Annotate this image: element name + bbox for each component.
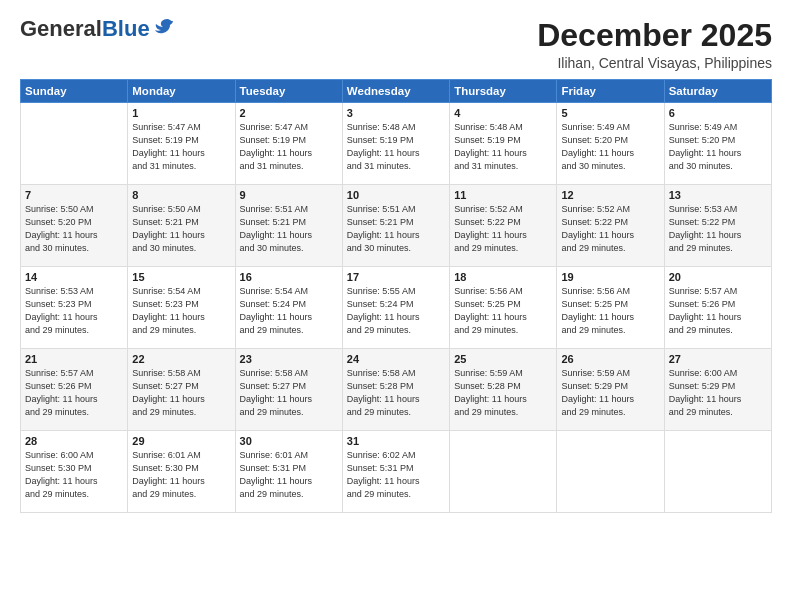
day-number: 3: [347, 107, 445, 119]
day-number: 14: [25, 271, 123, 283]
location-subtitle: Ilihan, Central Visayas, Philippines: [537, 55, 772, 71]
day-info: Sunrise: 5:51 AM Sunset: 5:21 PM Dayligh…: [347, 203, 445, 255]
calendar-cell: 30Sunrise: 6:01 AM Sunset: 5:31 PM Dayli…: [235, 431, 342, 513]
day-number: 7: [25, 189, 123, 201]
day-number: 17: [347, 271, 445, 283]
day-info: Sunrise: 5:58 AM Sunset: 5:27 PM Dayligh…: [240, 367, 338, 419]
day-info: Sunrise: 5:48 AM Sunset: 5:19 PM Dayligh…: [347, 121, 445, 173]
day-info: Sunrise: 5:56 AM Sunset: 5:25 PM Dayligh…: [561, 285, 659, 337]
calendar-cell: 31Sunrise: 6:02 AM Sunset: 5:31 PM Dayli…: [342, 431, 449, 513]
day-number: 26: [561, 353, 659, 365]
calendar-cell: 8Sunrise: 5:50 AM Sunset: 5:21 PM Daylig…: [128, 185, 235, 267]
day-info: Sunrise: 5:53 AM Sunset: 5:22 PM Dayligh…: [669, 203, 767, 255]
calendar-cell: 21Sunrise: 5:57 AM Sunset: 5:26 PM Dayli…: [21, 349, 128, 431]
day-number: 10: [347, 189, 445, 201]
calendar-cell: 23Sunrise: 5:58 AM Sunset: 5:27 PM Dayli…: [235, 349, 342, 431]
calendar-cell: [664, 431, 771, 513]
day-info: Sunrise: 6:01 AM Sunset: 5:31 PM Dayligh…: [240, 449, 338, 501]
calendar-cell: 7Sunrise: 5:50 AM Sunset: 5:20 PM Daylig…: [21, 185, 128, 267]
calendar-cell: 4Sunrise: 5:48 AM Sunset: 5:19 PM Daylig…: [450, 103, 557, 185]
day-info: Sunrise: 5:50 AM Sunset: 5:21 PM Dayligh…: [132, 203, 230, 255]
day-number: 16: [240, 271, 338, 283]
day-number: 5: [561, 107, 659, 119]
calendar-table: Sunday Monday Tuesday Wednesday Thursday…: [20, 79, 772, 513]
day-info: Sunrise: 5:49 AM Sunset: 5:20 PM Dayligh…: [669, 121, 767, 173]
day-number: 18: [454, 271, 552, 283]
day-info: Sunrise: 5:58 AM Sunset: 5:27 PM Dayligh…: [132, 367, 230, 419]
day-number: 24: [347, 353, 445, 365]
calendar-cell: [21, 103, 128, 185]
day-info: Sunrise: 5:58 AM Sunset: 5:28 PM Dayligh…: [347, 367, 445, 419]
day-info: Sunrise: 5:50 AM Sunset: 5:20 PM Dayligh…: [25, 203, 123, 255]
calendar-cell: 25Sunrise: 5:59 AM Sunset: 5:28 PM Dayli…: [450, 349, 557, 431]
day-info: Sunrise: 6:00 AM Sunset: 5:29 PM Dayligh…: [669, 367, 767, 419]
calendar-cell: 15Sunrise: 5:54 AM Sunset: 5:23 PM Dayli…: [128, 267, 235, 349]
day-info: Sunrise: 5:55 AM Sunset: 5:24 PM Dayligh…: [347, 285, 445, 337]
header-row: Sunday Monday Tuesday Wednesday Thursday…: [21, 80, 772, 103]
calendar-week-1: 1Sunrise: 5:47 AM Sunset: 5:19 PM Daylig…: [21, 103, 772, 185]
day-info: Sunrise: 6:01 AM Sunset: 5:30 PM Dayligh…: [132, 449, 230, 501]
day-number: 12: [561, 189, 659, 201]
day-info: Sunrise: 5:54 AM Sunset: 5:24 PM Dayligh…: [240, 285, 338, 337]
day-number: 2: [240, 107, 338, 119]
logo-blue: Blue: [102, 16, 150, 41]
day-number: 21: [25, 353, 123, 365]
col-wednesday: Wednesday: [342, 80, 449, 103]
day-number: 23: [240, 353, 338, 365]
calendar-cell: 22Sunrise: 5:58 AM Sunset: 5:27 PM Dayli…: [128, 349, 235, 431]
day-number: 28: [25, 435, 123, 447]
calendar-cell: 28Sunrise: 6:00 AM Sunset: 5:30 PM Dayli…: [21, 431, 128, 513]
day-number: 8: [132, 189, 230, 201]
calendar-week-2: 7Sunrise: 5:50 AM Sunset: 5:20 PM Daylig…: [21, 185, 772, 267]
calendar-cell: 11Sunrise: 5:52 AM Sunset: 5:22 PM Dayli…: [450, 185, 557, 267]
col-thursday: Thursday: [450, 80, 557, 103]
day-number: 15: [132, 271, 230, 283]
calendar-cell: 6Sunrise: 5:49 AM Sunset: 5:20 PM Daylig…: [664, 103, 771, 185]
day-number: 1: [132, 107, 230, 119]
calendar-cell: [450, 431, 557, 513]
day-info: Sunrise: 5:52 AM Sunset: 5:22 PM Dayligh…: [454, 203, 552, 255]
calendar-cell: 18Sunrise: 5:56 AM Sunset: 5:25 PM Dayli…: [450, 267, 557, 349]
calendar-cell: 14Sunrise: 5:53 AM Sunset: 5:23 PM Dayli…: [21, 267, 128, 349]
day-info: Sunrise: 5:47 AM Sunset: 5:19 PM Dayligh…: [240, 121, 338, 173]
day-info: Sunrise: 5:59 AM Sunset: 5:29 PM Dayligh…: [561, 367, 659, 419]
calendar-cell: 26Sunrise: 5:59 AM Sunset: 5:29 PM Dayli…: [557, 349, 664, 431]
col-sunday: Sunday: [21, 80, 128, 103]
day-number: 30: [240, 435, 338, 447]
day-info: Sunrise: 5:59 AM Sunset: 5:28 PM Dayligh…: [454, 367, 552, 419]
day-number: 9: [240, 189, 338, 201]
calendar-cell: 17Sunrise: 5:55 AM Sunset: 5:24 PM Dayli…: [342, 267, 449, 349]
day-info: Sunrise: 5:52 AM Sunset: 5:22 PM Dayligh…: [561, 203, 659, 255]
calendar-cell: 20Sunrise: 5:57 AM Sunset: 5:26 PM Dayli…: [664, 267, 771, 349]
calendar-week-4: 21Sunrise: 5:57 AM Sunset: 5:26 PM Dayli…: [21, 349, 772, 431]
calendar-week-5: 28Sunrise: 6:00 AM Sunset: 5:30 PM Dayli…: [21, 431, 772, 513]
day-number: 13: [669, 189, 767, 201]
day-info: Sunrise: 5:48 AM Sunset: 5:19 PM Dayligh…: [454, 121, 552, 173]
calendar-cell: 13Sunrise: 5:53 AM Sunset: 5:22 PM Dayli…: [664, 185, 771, 267]
calendar-cell: 29Sunrise: 6:01 AM Sunset: 5:30 PM Dayli…: [128, 431, 235, 513]
calendar-week-3: 14Sunrise: 5:53 AM Sunset: 5:23 PM Dayli…: [21, 267, 772, 349]
col-friday: Friday: [557, 80, 664, 103]
day-info: Sunrise: 6:00 AM Sunset: 5:30 PM Dayligh…: [25, 449, 123, 501]
calendar-cell: 1Sunrise: 5:47 AM Sunset: 5:19 PM Daylig…: [128, 103, 235, 185]
day-number: 25: [454, 353, 552, 365]
calendar-cell: 12Sunrise: 5:52 AM Sunset: 5:22 PM Dayli…: [557, 185, 664, 267]
calendar-cell: [557, 431, 664, 513]
calendar-cell: 24Sunrise: 5:58 AM Sunset: 5:28 PM Dayli…: [342, 349, 449, 431]
calendar-cell: 9Sunrise: 5:51 AM Sunset: 5:21 PM Daylig…: [235, 185, 342, 267]
calendar-cell: 19Sunrise: 5:56 AM Sunset: 5:25 PM Dayli…: [557, 267, 664, 349]
day-info: Sunrise: 5:49 AM Sunset: 5:20 PM Dayligh…: [561, 121, 659, 173]
col-tuesday: Tuesday: [235, 80, 342, 103]
day-number: 31: [347, 435, 445, 447]
calendar-cell: 2Sunrise: 5:47 AM Sunset: 5:19 PM Daylig…: [235, 103, 342, 185]
bird-icon: [152, 16, 174, 38]
day-number: 22: [132, 353, 230, 365]
day-info: Sunrise: 5:54 AM Sunset: 5:23 PM Dayligh…: [132, 285, 230, 337]
logo: GeneralBlue: [20, 18, 174, 40]
calendar-cell: 5Sunrise: 5:49 AM Sunset: 5:20 PM Daylig…: [557, 103, 664, 185]
day-info: Sunrise: 5:57 AM Sunset: 5:26 PM Dayligh…: [669, 285, 767, 337]
page: GeneralBlue December 2025 Ilihan, Centra…: [0, 0, 792, 612]
day-info: Sunrise: 5:47 AM Sunset: 5:19 PM Dayligh…: [132, 121, 230, 173]
calendar-cell: 27Sunrise: 6:00 AM Sunset: 5:29 PM Dayli…: [664, 349, 771, 431]
calendar-cell: 16Sunrise: 5:54 AM Sunset: 5:24 PM Dayli…: [235, 267, 342, 349]
